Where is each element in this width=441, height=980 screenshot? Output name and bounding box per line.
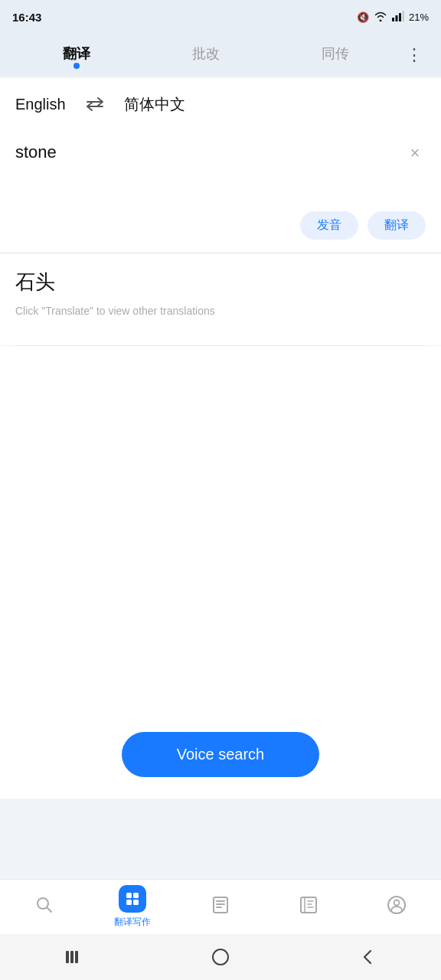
svg-rect-5 xyxy=(126,893,132,898)
translate-button[interactable]: 翻译 xyxy=(368,211,426,240)
home-button[interactable] xyxy=(205,942,236,972)
battery-text: 21% xyxy=(409,11,429,23)
bottom-nav-book[interactable] xyxy=(278,895,339,920)
output-section: 石头 Click "Translate" to view other trans… xyxy=(0,253,441,345)
svg-rect-1 xyxy=(395,15,397,21)
language-bar: English 简体中文 xyxy=(0,78,441,130)
back-button[interactable] xyxy=(352,942,383,972)
svg-rect-3 xyxy=(402,11,404,21)
svg-rect-10 xyxy=(301,897,316,913)
svg-rect-6 xyxy=(133,893,139,898)
notes-nav-icon xyxy=(211,895,230,920)
svg-rect-13 xyxy=(66,951,69,963)
wifi-icon xyxy=(374,11,387,24)
voice-search-button[interactable]: Voice search xyxy=(122,732,320,777)
svg-point-12 xyxy=(394,900,400,905)
system-nav xyxy=(0,934,441,980)
clear-input-button[interactable]: × xyxy=(404,142,426,164)
svg-rect-9 xyxy=(214,897,227,913)
svg-rect-16 xyxy=(213,949,228,965)
content-area xyxy=(0,346,441,714)
bottom-nav: 翻译写作 xyxy=(0,879,441,934)
target-language-button[interactable]: 简体中文 xyxy=(124,94,185,115)
status-time: 16:43 xyxy=(12,11,41,24)
source-language-button[interactable]: English xyxy=(15,96,66,113)
bottom-nav-notes[interactable] xyxy=(190,895,251,920)
bottom-nav-profile[interactable] xyxy=(366,895,427,920)
profile-nav-icon xyxy=(387,895,407,920)
status-bar: 16:43 🔇 21% xyxy=(0,0,441,34)
tab-translate[interactable]: 翻译 xyxy=(12,44,142,66)
tab-simultaneous[interactable]: 同传 xyxy=(270,44,400,66)
bottom-nav-search[interactable] xyxy=(14,895,75,920)
translation-hint: Click "Translate" to view other translat… xyxy=(15,305,426,317)
svg-rect-0 xyxy=(392,18,394,21)
svg-rect-2 xyxy=(399,13,401,21)
more-menu-button[interactable]: ⋮ xyxy=(400,45,429,65)
tab-batch[interactable]: 批改 xyxy=(142,44,271,66)
top-nav: 翻译 批改 同传 ⋮ xyxy=(0,34,441,77)
translate-write-label: 翻译写作 xyxy=(114,916,151,929)
signal-icon xyxy=(392,11,404,24)
translation-output: 石头 xyxy=(15,269,426,296)
book-nav-icon xyxy=(299,895,318,920)
svg-rect-8 xyxy=(133,900,139,905)
svg-rect-14 xyxy=(70,951,74,963)
translation-input[interactable] xyxy=(15,142,398,202)
recent-apps-button[interactable] xyxy=(58,942,89,972)
voice-search-section: Voice search xyxy=(0,714,441,799)
bottom-nav-translate-write[interactable]: 翻译写作 xyxy=(102,885,163,929)
input-section: × 发音 翻译 xyxy=(0,130,441,253)
swap-language-button[interactable] xyxy=(84,96,106,112)
svg-rect-15 xyxy=(75,951,78,963)
pronounce-button[interactable]: 发音 xyxy=(300,211,358,240)
translate-write-icon xyxy=(119,885,146,913)
search-nav-icon xyxy=(34,895,54,920)
svg-rect-7 xyxy=(126,900,132,905)
status-icons: 🔇 21% xyxy=(357,11,429,24)
input-actions: 发音 翻译 xyxy=(15,205,426,243)
mute-icon: 🔇 xyxy=(357,11,369,23)
